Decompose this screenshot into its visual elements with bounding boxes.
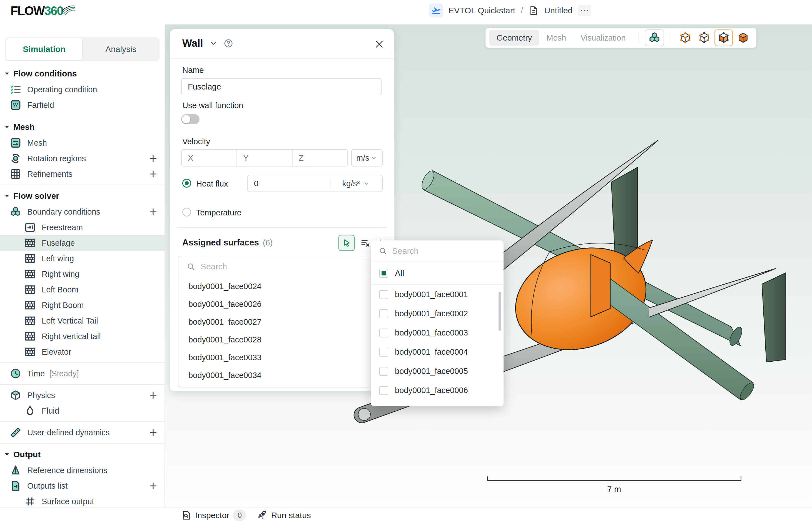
tree-item-reference-dimensions[interactable]: Reference dimensions xyxy=(0,463,164,478)
more-options-button[interactable]: ··· xyxy=(578,5,591,16)
dropdown-search-input[interactable] xyxy=(391,246,504,256)
tree-item-left-vertical-tail[interactable]: Left Vertical Tail xyxy=(0,313,164,328)
surface-option-row[interactable]: body0001_face0006 xyxy=(371,381,504,400)
surface-option-checkbox[interactable] xyxy=(379,328,388,338)
breadcrumb-project[interactable]: EVTOL Quickstart xyxy=(448,6,515,15)
surface-option-row[interactable]: body0001_face0004 xyxy=(371,342,504,362)
surface-option-checkbox[interactable] xyxy=(379,290,388,299)
add-user-defined-dynamics-button[interactable] xyxy=(148,427,158,438)
surfaces-search-input[interactable] xyxy=(200,262,386,272)
velocity-z-field[interactable] xyxy=(292,150,347,166)
panel-type-chevron-icon[interactable] xyxy=(209,39,218,47)
scrollbar-thumb[interactable] xyxy=(499,292,501,331)
assigned-surface-row[interactable]: body0001_face0027 xyxy=(178,313,386,331)
simulation-tree: Flow conditionsOperating conditionFarfie… xyxy=(0,66,164,515)
logo-text: FLOW360 xyxy=(11,4,63,18)
tree-item-right-boom[interactable]: Right Boom xyxy=(0,297,164,313)
tree-item-user-defined-dynamics[interactable]: User-defined dynamics xyxy=(0,425,164,440)
surface-option-row[interactable]: body0001_face0003 xyxy=(371,323,504,342)
heat-flux-unit-select[interactable]: kg/s³ xyxy=(330,178,382,189)
heat-flux-inputgroup: kg/s³ xyxy=(247,175,383,192)
tree-section-output[interactable]: Output xyxy=(0,446,164,463)
tree-item-surface-output[interactable]: Surface output xyxy=(0,494,164,509)
tree-section-mesh[interactable]: Mesh xyxy=(0,119,164,135)
tree-item-time[interactable]: Time[Steady] xyxy=(0,366,164,381)
tab-visualization[interactable]: Visualization xyxy=(573,30,633,45)
tree-item-mesh[interactable]: Mesh xyxy=(0,135,164,150)
tab-geometry[interactable]: Geometry xyxy=(489,30,539,45)
tree-section-flow-conditions[interactable]: Flow conditions xyxy=(0,66,164,82)
tree-item-right-wing[interactable]: Right wing xyxy=(0,266,164,282)
surface-option-checkbox[interactable] xyxy=(379,386,388,395)
dropdown-options: body0001_face0001body0001_face0002body00… xyxy=(371,285,504,400)
pick-surfaces-button[interactable] xyxy=(339,235,354,251)
tab-mesh[interactable]: Mesh xyxy=(539,30,573,45)
tree-item-outputs-list[interactable]: Outputs list xyxy=(0,478,164,494)
surfaces-search xyxy=(178,256,386,277)
tab-analysis[interactable]: Analysis xyxy=(82,37,160,61)
add-refinements-button[interactable] xyxy=(148,169,158,179)
tree-item-physics[interactable]: Physics xyxy=(0,387,164,403)
assigned-surface-row[interactable]: body0001_face0028 xyxy=(178,331,386,348)
sidebar-section-divider xyxy=(0,421,164,422)
select-all-checkbox[interactable] xyxy=(379,269,388,278)
select-all-row[interactable]: All xyxy=(371,262,504,285)
display-mode-solid-button[interactable] xyxy=(734,30,752,45)
tree-item-refinements[interactable]: Refinements xyxy=(0,166,164,182)
tree-item-farfield[interactable]: Farfield xyxy=(0,97,164,113)
wall-function-toggle[interactable] xyxy=(181,114,200,124)
tree-section-flow-solver[interactable]: Flow solver xyxy=(0,188,164,204)
close-icon[interactable] xyxy=(374,39,384,49)
surface-option-row[interactable]: body0001_face0005 xyxy=(371,362,504,381)
tree-item-elevator[interactable]: Elevator xyxy=(0,344,164,360)
tree-item-label: Right vertical tail xyxy=(42,332,101,341)
assigned-surface-row[interactable]: body0001_face0034 xyxy=(178,366,386,384)
tree-item-left-wing[interactable]: Left wing xyxy=(0,251,164,266)
flow360-app: FLOW360 EVTOL Quickstart / Untitled ··· xyxy=(0,0,812,522)
tree-item-fluid[interactable]: Fluid xyxy=(0,403,164,419)
inspector-button[interactable]: Inspector 0 xyxy=(181,509,246,521)
surface-option-row[interactable]: body0001_face0002 xyxy=(371,304,504,323)
assigned-surface-row[interactable]: body0001_face0033 xyxy=(178,348,386,366)
tree-item-left-boom[interactable]: Left Boom xyxy=(0,282,164,297)
heat-flux-radio[interactable] xyxy=(182,179,191,188)
tab-simulation[interactable]: Simulation xyxy=(6,38,82,60)
breadcrumb-doc[interactable]: Untitled xyxy=(544,6,572,15)
heat-flux-unit-value: kg/s³ xyxy=(342,179,360,188)
surface-option-checkbox[interactable] xyxy=(379,348,388,357)
tree-item-rotation-regions[interactable]: Rotation regions xyxy=(0,150,164,166)
surface-name: body0001_face0024 xyxy=(188,282,262,291)
tree-item-operating-condition[interactable]: Operating condition xyxy=(0,82,164,97)
surface-option-label: body0001_face0003 xyxy=(395,328,468,338)
help-icon[interactable] xyxy=(224,39,233,48)
display-mode-wireframe-button[interactable] xyxy=(695,30,713,45)
add-boundary-conditions-button[interactable] xyxy=(148,206,158,217)
cursor-pick-icon xyxy=(342,238,351,248)
velocity-x-field[interactable] xyxy=(182,150,237,166)
temperature-radio[interactable] xyxy=(182,208,191,217)
temperature-label: Temperature xyxy=(196,208,242,217)
name-field[interactable] xyxy=(181,78,382,95)
boundary-display-button[interactable] xyxy=(645,29,664,46)
assigned-surface-row[interactable]: body0001_face0024 xyxy=(178,277,386,295)
surface-option-row[interactable]: body0001_face0001 xyxy=(371,285,504,304)
surface-option-checkbox[interactable] xyxy=(379,367,388,376)
add-physics-button[interactable] xyxy=(148,390,158,401)
add-outputs-list-button[interactable] xyxy=(148,481,158,491)
velocity-unit-select[interactable]: m/s xyxy=(351,149,383,166)
tree-item-boundary-conditions[interactable]: Boundary conditions xyxy=(0,204,164,220)
heat-flux-field[interactable] xyxy=(248,179,330,188)
tree-item-label: Physics xyxy=(27,391,55,400)
display-mode-surface-button[interactable] xyxy=(714,29,733,46)
tree-item-freestream[interactable]: Freestream xyxy=(0,220,164,235)
assigned-surface-row[interactable]: body0001_face0026 xyxy=(178,295,386,313)
tree-item-right-vertical-tail[interactable]: Right vertical tail xyxy=(0,328,164,344)
add-rotation-regions-button[interactable] xyxy=(148,153,158,164)
run-status-button[interactable]: Run status xyxy=(257,510,311,520)
surface-option-checkbox[interactable] xyxy=(379,309,388,318)
tree-item-label: Time xyxy=(27,369,45,378)
clear-list-icon[interactable] xyxy=(360,238,371,248)
display-mode-points-button[interactable] xyxy=(677,30,694,45)
tree-item-fuselage[interactable]: Fuselage xyxy=(0,235,164,251)
velocity-y-field[interactable] xyxy=(237,150,292,166)
